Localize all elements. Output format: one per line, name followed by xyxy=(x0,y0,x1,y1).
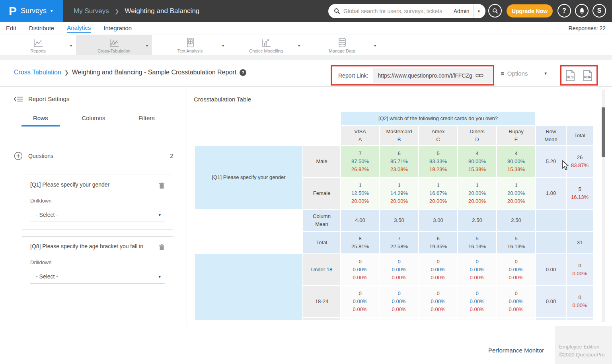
data-cell: 00.00%0.00% xyxy=(458,286,496,317)
product-switcher[interactable]: P Surveys ▾ xyxy=(0,0,63,22)
nav-integration[interactable]: Integration xyxy=(103,25,132,32)
drilldown-label: Drilldown xyxy=(30,259,165,265)
upgrade-now-button[interactable]: Upgrade Now xyxy=(507,4,553,18)
product-name: Surveys xyxy=(21,7,47,15)
data-cell: 722.58% xyxy=(380,232,418,253)
chevron-down-icon: ▾ xyxy=(51,9,53,13)
row-question-cell xyxy=(195,254,302,320)
database-icon xyxy=(337,37,347,48)
drilldown-select[interactable]: - Select - ▾ xyxy=(30,271,165,284)
data-cell xyxy=(341,318,379,320)
data-cell: 112.50%20.00% xyxy=(341,178,379,209)
chevron-down-icon[interactable]: ▾ xyxy=(70,43,72,48)
performance-monitor-link[interactable]: Performance Monitor xyxy=(488,347,544,354)
report-content: Cross Tabulation ❯ Weighting and Balanci… xyxy=(0,60,612,326)
user-avatar[interactable]: S xyxy=(593,4,606,18)
report-link-url[interactable]: https://www.questionpro.com/t/lFFCZg xyxy=(378,72,472,79)
breadcrumb: My Surveys ❯ Weighting and Balancing xyxy=(74,0,199,22)
chevron-down-icon: ▾ xyxy=(544,71,547,76)
data-cell: 00.00%0.00% xyxy=(341,254,379,285)
add-question-icon[interactable] xyxy=(14,152,23,160)
help-icon[interactable]: ? xyxy=(240,69,246,76)
data-cell: 516.13% xyxy=(497,232,535,253)
export-group-annotation: XLS PDF xyxy=(560,65,598,86)
questions-label: Questions xyxy=(28,153,53,159)
crosstab-table-title: Crosstabulation Table xyxy=(194,96,251,103)
breadcrumb-my-surveys[interactable]: My Surveys xyxy=(74,7,109,15)
search-input[interactable] xyxy=(343,8,451,14)
pdf-label: PDF xyxy=(584,75,591,79)
data-cell xyxy=(380,318,418,320)
data-cell: 825.81% xyxy=(341,232,379,253)
question-card-q1: [Q1] Please specify your gender Drilldow… xyxy=(22,175,173,230)
questions-section-header: Questions 2 xyxy=(14,152,173,160)
nav-distribute[interactable]: Distribute xyxy=(29,25,54,32)
list-icon: ≡ xyxy=(501,70,504,77)
report-breadcrumb: Cross Tabulation ❯ Weighting and Balanci… xyxy=(14,69,246,76)
drilldown-select[interactable]: - Select - ▾ xyxy=(30,209,165,222)
search-icon xyxy=(492,8,498,14)
nav-edit[interactable]: Edit xyxy=(6,25,16,32)
tool-text-analysis[interactable]: Text Analysis ▾ xyxy=(152,35,228,55)
row-mean-cell xyxy=(536,318,566,320)
row-total-cell xyxy=(567,318,593,320)
row-header-cell: Male xyxy=(303,146,340,177)
tab-filters[interactable]: Filters xyxy=(120,111,173,126)
chevron-down-icon[interactable]: ▾ xyxy=(222,43,224,48)
tab-rows[interactable]: Rows xyxy=(14,111,67,126)
chevron-down-icon[interactable]: ▾ xyxy=(298,43,300,48)
export-pdf-button[interactable]: PDF xyxy=(582,69,594,82)
row-header-cell xyxy=(303,318,340,320)
chevron-down-icon[interactable]: ▾ xyxy=(146,43,148,48)
row-total-cell: 00.00% xyxy=(567,286,593,317)
notifications-button[interactable] xyxy=(575,4,589,18)
tool-choice-modelling[interactable]: Choice Modelling ▾ xyxy=(228,35,304,55)
search-scope-selector[interactable]: Admin xyxy=(451,8,474,14)
tool-manage-data[interactable]: Manage Data ▾ xyxy=(304,35,380,55)
report-settings-panel: Report Settings Rows Columns Filters Que… xyxy=(0,87,187,326)
data-cell: 619.35% xyxy=(419,232,457,253)
search-scope-caret-icon[interactable]: ▾ xyxy=(474,9,481,14)
row-total-cell: 31 xyxy=(567,232,593,253)
data-cell: 2.50 xyxy=(458,210,496,231)
link-icon[interactable] xyxy=(476,73,483,78)
vertical-scrollbar[interactable] xyxy=(602,90,605,322)
copyright-label: ©2020 QuestionPro xyxy=(559,351,612,359)
cross-tabulation-link[interactable]: Cross Tabulation xyxy=(14,69,61,76)
data-cell: 3.50 xyxy=(380,210,418,231)
help-button[interactable]: ? xyxy=(557,4,571,18)
edition-label: Employee Edition xyxy=(559,343,612,351)
row-total-cell: 516.13% xyxy=(567,178,593,209)
nav-analytics[interactable]: Analytics xyxy=(67,24,91,33)
questionpro-logo: P xyxy=(9,5,17,17)
row-header-cell: Column Mean xyxy=(303,210,340,231)
top-bar: P Surveys ▾ My Surveys ❯ Weighting and B… xyxy=(0,0,612,22)
row-header-cell: Under 18 xyxy=(303,254,340,285)
analytics-toolbar: Reports ▾ Cross-Tabulation ▾ Text Analys… xyxy=(0,35,612,55)
question-text: [Q1] Please specify your gender xyxy=(30,181,159,188)
search-icon xyxy=(334,8,340,14)
data-cell: 787.50%26.92% xyxy=(341,146,379,177)
tool-reports[interactable]: Reports ▾ xyxy=(0,35,76,55)
options-menu[interactable]: ≡ Options ▾ xyxy=(501,70,547,77)
data-cell: 583.33%19.23% xyxy=(419,146,457,177)
delete-question-icon[interactable] xyxy=(159,244,165,251)
report-link-label: Report Link: xyxy=(332,72,373,79)
export-xls-button[interactable]: XLS xyxy=(564,69,576,82)
report-settings-header[interactable]: Report Settings xyxy=(14,95,69,102)
row-mean-cell: 5.20 xyxy=(536,146,566,177)
chevron-down-icon[interactable]: ▾ xyxy=(374,43,376,48)
search-button[interactable] xyxy=(488,4,502,18)
cross-tab-chart-icon xyxy=(109,37,119,48)
drilldown-label: Drilldown xyxy=(30,198,165,204)
tab-columns[interactable]: Columns xyxy=(67,111,120,126)
column-question-header: [Q2] which of the following credit cards… xyxy=(341,112,535,125)
tool-cross-tabulation[interactable]: Cross-Tabulation ▾ xyxy=(76,35,152,55)
delete-question-icon[interactable] xyxy=(159,182,165,189)
crosstab-table-viewport: [Q2] which of the following credit cards… xyxy=(195,112,594,320)
global-search: Admin ▾ xyxy=(328,4,485,18)
report-link-field[interactable]: https://www.questionpro.com/t/lFFCZg xyxy=(373,68,493,83)
questions-count-badge: 2 xyxy=(170,153,173,159)
scrollbar-thumb[interactable] xyxy=(602,107,605,157)
total-header: Total xyxy=(567,126,593,145)
